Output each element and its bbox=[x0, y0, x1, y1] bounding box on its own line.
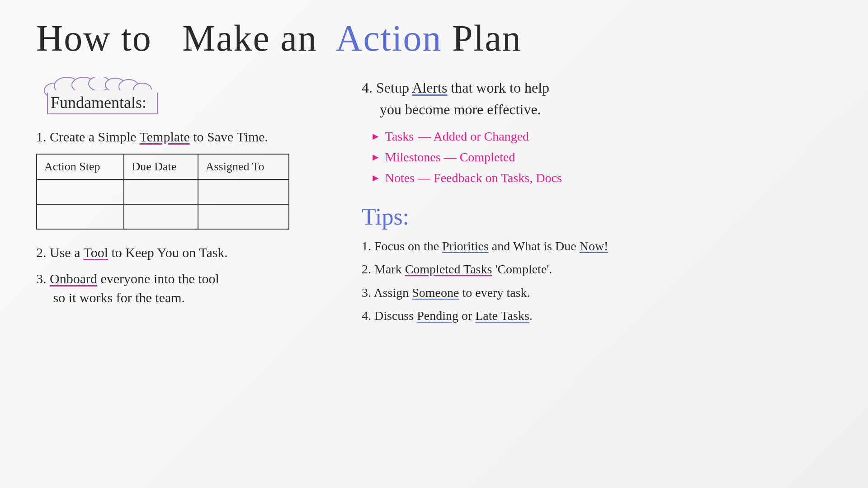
action-word: Action bbox=[335, 18, 442, 59]
tasks-label: Tasks bbox=[385, 129, 414, 144]
table-cell-1-2 bbox=[124, 179, 198, 204]
late-tasks-underline: Late Tasks bbox=[475, 309, 529, 323]
table-row-1 bbox=[37, 179, 289, 204]
onboard-underline: Onboard bbox=[50, 271, 97, 286]
tips-section: Tips: 1. Focus on the Priorities and Wha… bbox=[362, 203, 832, 324]
priorities-underline: Priorities bbox=[442, 239, 489, 253]
template-underline: Template bbox=[140, 129, 190, 144]
alert-item-milestones: ► Milestones — Completed bbox=[371, 150, 832, 164]
table-cell-1-1 bbox=[37, 179, 124, 204]
item-3: 3. Onboard everyone into the tool so it … bbox=[36, 269, 326, 307]
notes-label: Notes — Feedback on Tasks, Docs bbox=[385, 171, 562, 185]
fundamentals-label: Fundamentals: bbox=[36, 77, 160, 117]
milestones-label: Milestones — Completed bbox=[385, 150, 515, 164]
page-title: How to Make an Action Plan bbox=[36, 18, 832, 59]
table-cell-2-2 bbox=[124, 204, 198, 229]
table-cell-2-1 bbox=[37, 204, 124, 229]
main-content: Fundamentals: 1. Create a Simple Templat… bbox=[36, 77, 832, 330]
tool-underline: Tool bbox=[83, 245, 108, 260]
item-2: 2. Use a Tool to Keep You on Task. bbox=[36, 243, 326, 262]
arrow-icon-tasks: ► bbox=[371, 131, 381, 142]
template-table: Action Step Due Date Assigned To bbox=[36, 154, 289, 230]
alert-list: ► Tasks — Added or Changed ► Milestones … bbox=[362, 129, 832, 185]
alert-item-tasks: ► Tasks — Added or Changed bbox=[371, 129, 832, 144]
whiteboard: How to Make an Action Plan bbox=[0, 0, 868, 488]
table-cell-2-3 bbox=[198, 204, 289, 229]
pending-underline: Pending bbox=[417, 309, 458, 323]
arrow-icon-milestones: ► bbox=[371, 151, 381, 163]
now-underline: Now! bbox=[580, 239, 609, 253]
table-header-row: Action Step Due Date Assigned To bbox=[37, 154, 289, 179]
alert-title: 4. Setup Alerts that work to help you be… bbox=[362, 77, 832, 120]
tip-3: 3. Assign Someone to every task. bbox=[362, 284, 832, 301]
tip-4: 4. Discuss Pending or Late Tasks. bbox=[362, 307, 832, 324]
alerts-underline: Alerts bbox=[412, 80, 447, 96]
tip-2: 2. Mark Completed Tasks 'Complete'. bbox=[362, 260, 832, 278]
table-col-assigned: Assigned To bbox=[198, 154, 289, 179]
arrow-icon-notes: ► bbox=[371, 172, 381, 184]
completed-tasks-underline: Completed Tasks bbox=[405, 262, 492, 276]
alert-item-notes: ► Notes — Feedback on Tasks, Docs bbox=[371, 171, 832, 185]
table-col-action: Action Step bbox=[37, 154, 124, 179]
left-column: Fundamentals: 1. Create a Simple Templat… bbox=[36, 77, 326, 314]
alert-section: 4. Setup Alerts that work to help you be… bbox=[362, 77, 832, 185]
tips-title: Tips: bbox=[362, 203, 832, 230]
table-cell-1-3 bbox=[198, 179, 289, 204]
table-col-date: Due Date bbox=[124, 154, 198, 179]
tasks-dash: — Added or Changed bbox=[418, 129, 529, 144]
table-row-2 bbox=[37, 204, 289, 229]
tips-list: 1. Focus on the Priorities and What is D… bbox=[362, 237, 832, 324]
someone-underline: Someone bbox=[412, 286, 459, 300]
right-column: 4. Setup Alerts that work to help you be… bbox=[362, 77, 832, 330]
tip-1: 1. Focus on the Priorities and What is D… bbox=[362, 237, 832, 255]
item-1: 1. Create a Simple Template to Save Time… bbox=[36, 127, 326, 146]
